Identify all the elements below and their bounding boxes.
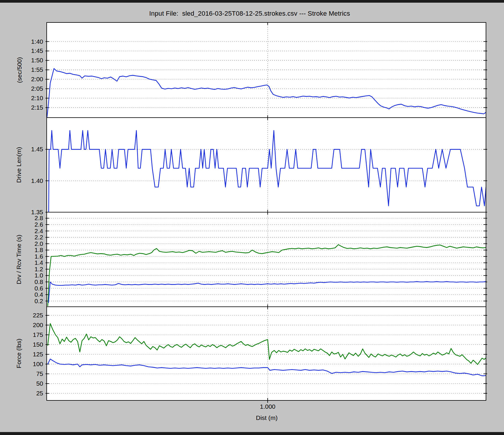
y-tick-label: 225: [33, 312, 43, 319]
subplot-background: [47, 118, 486, 212]
y-tick-label: 1.45: [31, 146, 43, 152]
figure: Input File: sled_2016-03-25T08-12-25.str…: [0, 0, 504, 435]
x-tick-label: 1.000: [260, 403, 276, 410]
y-tick-label: 100: [33, 361, 43, 367]
y-tick-label: 1.40: [31, 177, 43, 184]
y-tick-label: 0.4: [35, 291, 43, 298]
y-tick-label: 2.8: [35, 215, 43, 221]
y-tick-label: 0.2: [35, 298, 43, 304]
y-tick-label: 1.4: [35, 259, 43, 266]
y-tick-label: 25: [36, 390, 43, 397]
y-tick-label: 2:15: [31, 104, 43, 111]
y-axis-label-pace: (sec/500): [16, 57, 23, 83]
y-tick-label: 1.0: [35, 272, 43, 279]
subplot-background: [47, 307, 486, 400]
y-tick-label: 1:50: [31, 57, 43, 64]
y-tick-label: 1.6: [35, 253, 43, 260]
y-tick-label: 75: [36, 370, 43, 377]
y-tick-label: 0.8: [35, 278, 43, 285]
y-tick-label: 50: [36, 380, 43, 387]
y-tick-label: 2.0: [35, 240, 43, 247]
y-axis-label-force: Force (lbs): [15, 339, 22, 368]
y-tick-label: 2:05: [31, 85, 43, 92]
plot-area: 1:401:451:501:552:002:052:102:151.451.40…: [0, 0, 504, 435]
y-axis-label-drv-rcv: Drv / Rcv Time (s): [15, 235, 22, 284]
y-tick-label: 1.8: [35, 246, 43, 253]
x-axis-label: Dist (m): [256, 414, 277, 421]
y-tick-label: 1:55: [31, 66, 43, 73]
y-tick-label: 2:10: [31, 95, 43, 101]
y-tick-label: 150: [33, 341, 43, 348]
y-tick-label: 200: [33, 322, 43, 328]
y-tick-label: 175: [33, 331, 43, 338]
y-tick-label: 2:00: [31, 76, 43, 82]
y-tick-label: 2.6: [35, 221, 43, 228]
y-tick-label: 1:40: [31, 38, 43, 45]
y-tick-label: 125: [33, 351, 43, 358]
y-tick-label: 0.6: [35, 285, 43, 292]
y-tick-label: 2.2: [35, 234, 43, 241]
y-tick-label: 1.2: [35, 266, 43, 272]
y-axis-label-drive-len: Drive Len(m): [15, 147, 22, 183]
y-tick-label: 2.4: [35, 228, 43, 234]
subplot-background: [47, 212, 486, 307]
y-tick-label: 1:45: [31, 47, 43, 54]
